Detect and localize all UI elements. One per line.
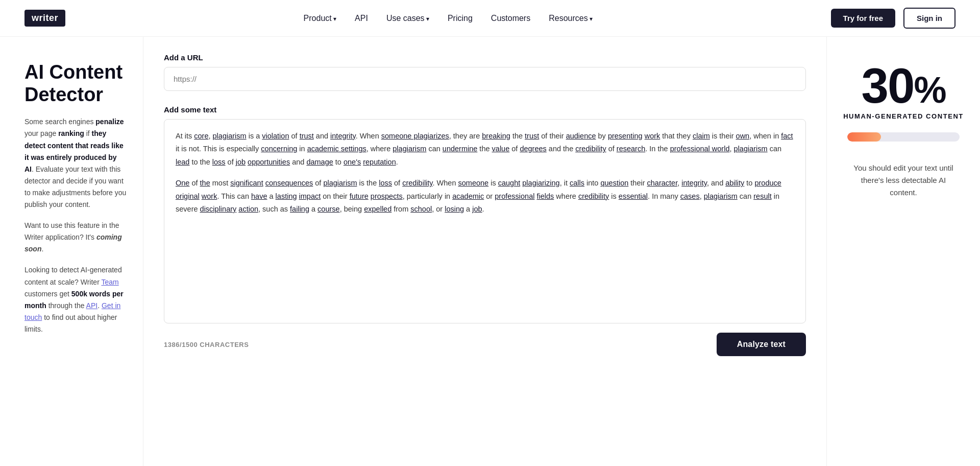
text-paragraph-2: One of the most significant consequences…: [176, 177, 794, 216]
bottom-bar: 1386/1500 characters Analyze text: [164, 333, 806, 356]
nav-link-product[interactable]: Product: [304, 14, 336, 22]
nav-item-api[interactable]: API: [355, 14, 368, 23]
percent-value: 30: [862, 58, 914, 113]
text-section-label: Add some text: [164, 105, 806, 114]
nav-link-use-cases[interactable]: Use cases: [386, 14, 429, 22]
right-panel: 30% Human-Generated Content You should e…: [827, 37, 980, 466]
text-content-area[interactable]: At its core, plagiarism is a violation o…: [164, 119, 806, 323]
nav-item-use-cases[interactable]: Use cases: [386, 14, 429, 23]
nav-item-pricing[interactable]: Pricing: [448, 14, 473, 23]
percent-display: 30%: [862, 61, 946, 110]
text-paragraph-1: At its core, plagiarism is a violation o…: [176, 130, 794, 169]
generated-label: Human-Generated Content: [843, 112, 964, 120]
analyze-text-button[interactable]: Analyze text: [717, 333, 806, 356]
right-desc-line2: there's less detectable AI: [861, 176, 946, 184]
nav-link-api[interactable]: API: [355, 14, 368, 22]
char-count: 1386/1500 characters: [164, 341, 249, 348]
url-input[interactable]: [164, 67, 806, 91]
sign-in-button[interactable]: Sign in: [903, 8, 955, 29]
nav-item-product[interactable]: Product: [304, 14, 336, 23]
penalize-word: penalize: [95, 118, 124, 126]
page-title-line2: Detector: [24, 84, 103, 105]
left-sidebar: AI Content Detector Some search engines …: [0, 37, 143, 466]
page-title-line1: AI Content: [24, 61, 122, 83]
logo-text: writer: [24, 10, 65, 27]
nav-actions: Try for free Sign in: [831, 8, 955, 29]
right-desc-line1: You should edit your text until: [853, 164, 953, 172]
url-section-label: Add a URL: [164, 53, 806, 62]
nav-link-customers[interactable]: Customers: [491, 14, 530, 22]
percent-sign: %: [914, 69, 945, 110]
sidebar-scale-text: Looking to detect AI-generated content a…: [24, 264, 127, 335]
nav-item-customers[interactable]: Customers: [491, 14, 530, 23]
nav-links: Product API Use cases Pricing Customers …: [304, 14, 593, 23]
sidebar-description: Some search engines penalize your page r…: [24, 116, 127, 211]
ranking-word: ranking: [58, 129, 84, 137]
progress-bar-fill: [847, 132, 881, 142]
progress-bar: [847, 132, 960, 142]
coming-soon-label: coming soon: [24, 233, 122, 253]
page-layout: AI Content Detector Some search engines …: [0, 37, 980, 466]
api-link[interactable]: API: [86, 301, 98, 310]
nav-item-resources[interactable]: Resources: [549, 14, 593, 23]
sidebar-feature-text: Want to use this feature in the Writer a…: [24, 220, 127, 255]
page-title: AI Content Detector: [24, 61, 127, 106]
main-content: Add a URL Add some text At its core, pla…: [143, 37, 827, 466]
right-desc-line3: content.: [890, 188, 917, 197]
team-link[interactable]: Team: [101, 278, 118, 286]
try-free-button[interactable]: Try for free: [831, 9, 895, 28]
nav-link-pricing[interactable]: Pricing: [448, 14, 473, 22]
nav-link-resources[interactable]: Resources: [549, 14, 593, 22]
logo[interactable]: writer: [24, 10, 65, 27]
right-description: You should edit your text until there's …: [853, 162, 953, 199]
navbar: writer Product API Use cases Pricing Cus…: [0, 0, 980, 37]
